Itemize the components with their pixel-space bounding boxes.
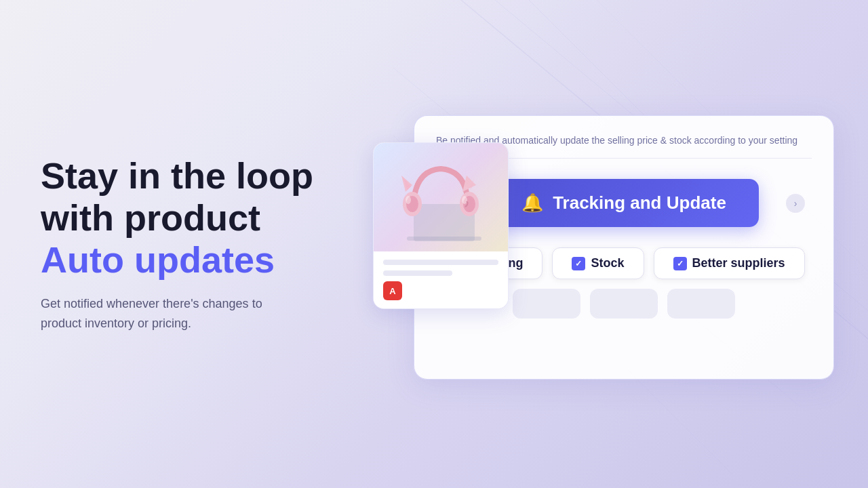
svg-point-17: [406, 196, 411, 204]
svg-marker-14: [462, 176, 476, 192]
better-suppliers-label: Better suppliers: [692, 256, 785, 270]
headline-line2: with product: [41, 197, 260, 238]
better-suppliers-chip[interactable]: ✓ Better suppliers: [654, 247, 805, 279]
placeholder-chip-1: [513, 289, 580, 319]
headline-line1: Stay in the loop: [41, 155, 313, 196]
product-title-bar: [383, 260, 498, 265]
next-arrow[interactable]: ›: [786, 194, 805, 213]
tracking-button-label: Tracking and Update: [553, 192, 726, 214]
right-ui-mockup: Be notified and automatically update the…: [373, 102, 834, 386]
stock-chip[interactable]: ✓ Stock: [552, 247, 644, 279]
bell-icon: 🔔: [521, 192, 543, 214]
product-card: A: [373, 142, 509, 309]
svg-point-16: [462, 196, 467, 204]
svg-rect-7: [407, 237, 481, 241]
headline-accent: Auto updates: [41, 239, 275, 280]
placeholder-chip-3: [667, 289, 735, 319]
aliexpress-logo: A: [383, 281, 402, 300]
product-card-bottom: A: [374, 251, 508, 308]
product-image: [374, 143, 508, 251]
better-suppliers-check-icon: ✓: [673, 257, 687, 270]
headline: Stay in the loop with product Auto updat…: [41, 155, 313, 281]
stock-label: Stock: [591, 256, 624, 270]
headphones-illustration: [393, 150, 488, 245]
stock-check-icon: ✓: [572, 257, 585, 270]
product-price-bar: [383, 270, 452, 276]
left-content: Stay in the loop with product Auto updat…: [41, 155, 313, 333]
placeholder-chip-2: [590, 289, 658, 319]
tracking-update-button[interactable]: 🔔 Tracking and Update: [489, 179, 759, 227]
subtext: Get notified whenever there's changes to…: [41, 294, 298, 333]
